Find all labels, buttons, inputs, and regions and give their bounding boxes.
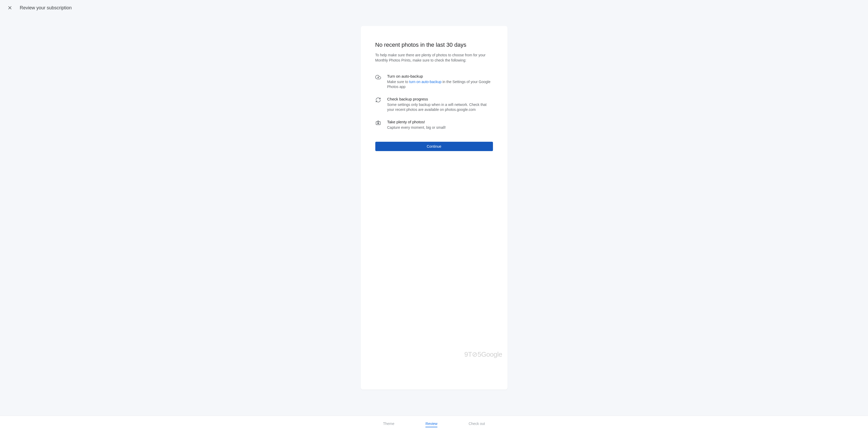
cloud-backup-icon bbox=[375, 74, 381, 80]
close-icon bbox=[7, 5, 12, 10]
svg-point-1 bbox=[377, 123, 379, 124]
auto-backup-link[interactable]: turn on auto-backup bbox=[409, 80, 441, 84]
card-description: To help make sure there are plenty of ph… bbox=[375, 53, 493, 63]
sync-icon bbox=[375, 97, 381, 103]
info-title: Check backup progress bbox=[387, 97, 493, 101]
info-item-progress: Check backup progress Some settings only… bbox=[375, 97, 493, 112]
info-text: Some settings only backup when in a wifi… bbox=[387, 102, 493, 112]
info-content: Turn on auto-backup Make sure to turn on… bbox=[387, 74, 493, 90]
header: Review your subscription bbox=[0, 0, 868, 15]
tab-checkout: Check out bbox=[469, 422, 485, 427]
card-heading: No recent photos in the last 30 days bbox=[375, 41, 493, 48]
continue-button[interactable]: Continue bbox=[375, 142, 493, 151]
camera-icon bbox=[375, 120, 381, 126]
footer: Theme Review Check out bbox=[0, 415, 868, 433]
info-content: Check backup progress Some settings only… bbox=[387, 97, 493, 112]
watermark: 9T⊘5Google bbox=[464, 351, 502, 359]
tab-review[interactable]: Review bbox=[426, 422, 437, 427]
info-content: Take plenty of photos! Capture every mom… bbox=[387, 120, 493, 130]
page-title: Review your subscription bbox=[20, 5, 72, 11]
card: No recent photos in the last 30 days To … bbox=[361, 26, 507, 390]
info-text: Capture every moment, big or small! bbox=[387, 125, 493, 130]
info-title: Take plenty of photos! bbox=[387, 120, 493, 124]
info-text: Make sure to turn on auto-backup in the … bbox=[387, 79, 493, 90]
close-button[interactable] bbox=[6, 4, 13, 11]
tab-theme: Theme bbox=[383, 422, 395, 427]
info-item-photos: Take plenty of photos! Capture every mom… bbox=[375, 120, 493, 130]
footer-nav: Theme Review Check out bbox=[0, 422, 868, 427]
main-content: No recent photos in the last 30 days To … bbox=[0, 15, 868, 415]
info-item-backup: Turn on auto-backup Make sure to turn on… bbox=[375, 74, 493, 90]
info-title: Turn on auto-backup bbox=[387, 74, 493, 78]
